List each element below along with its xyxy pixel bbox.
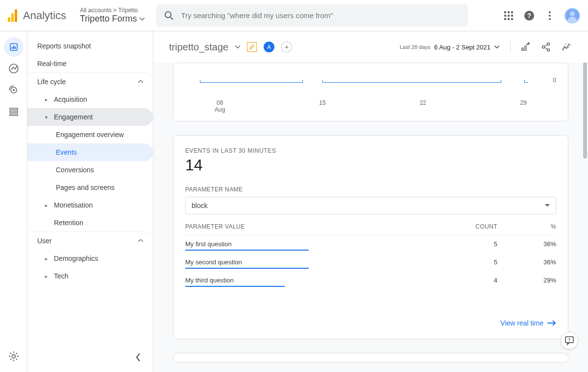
rail-settings-icon[interactable] [4,347,24,366]
sidebar-realtime[interactable]: Real-time [27,55,153,72]
account-avatar[interactable] [564,8,580,23]
svg-rect-4 [511,11,513,13]
breadcrumb: All accounts > Tripetto [80,7,145,14]
customize-icon[interactable] [519,41,531,53]
main-content: tripetto_stage A + Last 28 days 6 Aug - … [153,31,588,372]
chevron-down-icon [545,204,550,207]
sidebar-item-engagement-overview[interactable]: Engagement overview [27,126,153,143]
scrollbar[interactable] [583,61,587,159]
chevron-up-icon [138,239,143,242]
param-table: PARAMETER VALUE COUNT % My first questio… [185,223,556,290]
svg-line-33 [544,47,547,49]
sidebar-item-demographics[interactable]: Demographics [27,250,153,267]
sidebar-item-pages-screens[interactable]: Pages and screens [27,179,153,196]
rail-reports-icon[interactable] [4,37,24,57]
svg-point-15 [549,18,551,20]
next-card-peek [173,353,568,363]
edit-event-icon[interactable] [247,42,257,52]
sidebar: Reports snapshot Real-time Life cycle Ac… [27,31,153,372]
property-name: Tripetto Forms [80,14,137,24]
param-name-label: PARAMETER NAME [185,186,556,193]
top-bar: Analytics All accounts > Tripetto Tripet… [0,0,588,31]
subheader: tripetto_stage A + Last 28 days 6 Aug - … [153,31,588,63]
chevron-down-icon[interactable] [235,46,240,48]
rail-configure-icon[interactable] [4,102,24,121]
sidebar-section-user[interactable]: User [27,232,153,250]
sidebar-item-conversions[interactable]: Conversions [27,161,153,179]
x-axis: 08Aug 15 22 29 [185,97,556,113]
sidebar-item-monetisation[interactable]: Monetisation [27,196,153,214]
svg-rect-8 [504,18,506,20]
svg-point-14 [549,15,551,17]
col-count: COUNT [439,223,497,230]
apps-icon[interactable] [503,10,514,22]
svg-point-35 [568,47,569,48]
logo[interactable]: Analytics [8,9,74,22]
svg-rect-9 [508,18,510,20]
svg-point-36 [570,45,571,46]
svg-line-32 [544,45,547,46]
sidebar-item-events[interactable]: Events [27,143,153,161]
svg-point-34 [565,44,566,45]
arrow-right-icon [547,320,556,326]
add-comparison-button[interactable]: + [281,42,292,52]
rail-explore-icon[interactable] [4,59,24,78]
property-selector[interactable]: All accounts > Tripetto Tripetto Forms [80,7,145,24]
nav-rail [0,31,27,372]
svg-point-29 [547,43,550,46]
sidebar-item-engagement[interactable]: Engagement [27,108,153,126]
sidebar-collapse-button[interactable] [129,349,147,366]
events-card-title: EVENTS IN LAST 30 MINUTES [185,147,556,154]
svg-rect-2 [504,11,506,13]
help-icon[interactable]: ? [523,10,535,22]
table-row[interactable]: My second question536% [185,254,556,272]
svg-point-30 [542,46,545,48]
feedback-icon [564,336,574,346]
svg-line-1 [171,17,173,20]
more-icon[interactable] [544,10,556,22]
date-range-picker[interactable]: Last 28 days 6 Aug - 2 Sept 2021 [400,44,499,51]
audience-badge[interactable]: A [264,42,274,52]
svg-point-26 [12,355,15,358]
svg-point-31 [547,49,550,51]
feedback-button[interactable] [561,332,578,349]
svg-rect-10 [511,18,513,20]
svg-point-40 [569,341,570,342]
sidebar-item-tech[interactable]: Tech [27,267,153,285]
search-bar[interactable] [156,4,468,27]
svg-rect-25 [10,114,18,116]
svg-text:?: ? [527,12,532,20]
product-name: Analytics [23,9,66,22]
svg-rect-7 [511,15,513,17]
svg-rect-19 [15,46,16,49]
svg-rect-27 [522,48,523,50]
events-count: 14 [185,156,556,174]
insights-icon[interactable] [561,41,572,53]
sidebar-section-lifecycle[interactable]: Life cycle [27,72,153,91]
line-chart: 0 [185,68,556,97]
svg-rect-5 [504,15,506,17]
svg-rect-28 [525,46,526,50]
svg-point-20 [9,64,18,73]
sidebar-item-retention[interactable]: Retention [27,214,153,232]
table-row[interactable]: My third question429% [185,272,556,290]
search-icon [164,11,174,21]
sidebar-item-acquisition[interactable]: Acquisition [27,91,153,108]
share-icon[interactable] [540,41,552,53]
table-row[interactable]: My first question536% [185,235,556,254]
svg-rect-18 [13,46,14,49]
event-title: tripetto_stage [169,42,228,53]
sidebar-reports-snapshot[interactable]: Reports snapshot [27,37,153,55]
events-card: EVENTS IN LAST 30 MINUTES 14 PARAMETER N… [173,135,568,339]
chevron-up-icon [138,80,143,83]
param-dropdown[interactable]: block [185,197,556,214]
svg-rect-24 [10,111,18,113]
chevron-down-icon [494,46,499,48]
svg-point-0 [165,12,171,18]
view-realtime-link[interactable]: View real time [500,319,556,327]
y-tick: 0 [553,77,556,84]
col-pct: % [497,223,556,230]
rail-advertising-icon[interactable] [4,80,24,100]
search-input[interactable] [181,11,460,20]
svg-rect-6 [508,15,510,17]
